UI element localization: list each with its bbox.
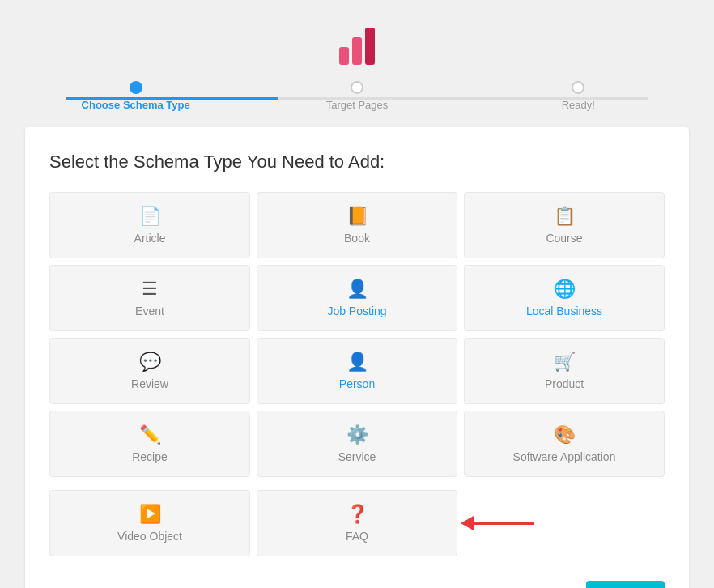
schema-item-service[interactable]: ⚙️ Service <box>257 411 457 477</box>
product-label: Product <box>545 377 584 390</box>
arrow-line <box>474 522 534 525</box>
service-label: Service <box>338 450 376 463</box>
schema-item-event[interactable]: ☰ Event <box>49 265 250 331</box>
schema-item-faq[interactable]: ❓ FAQ <box>257 490 457 556</box>
schema-item-product[interactable]: 🛒 Product <box>464 338 665 404</box>
schema-grid: 📄 Article 📙 Book 📋 Course ☰ Event 👤 Job … <box>49 192 665 477</box>
local-business-label: Local Business <box>526 305 602 317</box>
job-posting-label: Job Posting <box>327 305 386 317</box>
logo-bar-2 <box>352 37 362 65</box>
book-label: Book <box>344 232 370 245</box>
course-label: Course <box>546 232 582 245</box>
event-label: Event <box>135 305 164 317</box>
schema-item-recipe[interactable]: ✏️ Recipe <box>49 411 250 477</box>
article-icon: 📄 <box>139 206 161 227</box>
step-dot-1 <box>130 81 142 94</box>
faq-label: FAQ <box>346 530 368 543</box>
book-icon: 📙 <box>346 206 368 227</box>
faq-icon: ❓ <box>346 504 368 525</box>
schema-item-video-object[interactable]: ▶️ Video Object <box>49 490 250 556</box>
review-label: Review <box>131 377 168 390</box>
step-label-1: Choose Schema Type <box>82 99 190 111</box>
step-label-2: Target Pages <box>326 99 389 111</box>
schema-item-article[interactable]: 📄 Article <box>49 192 250 258</box>
event-icon: ☰ <box>142 279 158 300</box>
logo <box>339 24 375 65</box>
faq-wrapper: ❓ FAQ <box>257 490 457 556</box>
software-application-label: Software Application <box>513 450 616 463</box>
schema-item-software-application[interactable]: 🎨 Software Application <box>464 411 665 477</box>
article-label: Article <box>134 232 166 245</box>
person-label: Person <box>339 377 375 390</box>
schema-item-job-posting[interactable]: 👤 Job Posting <box>257 265 457 331</box>
step-dot-2 <box>351 81 363 94</box>
next-button[interactable]: Next <box>586 581 665 588</box>
software-application-icon: 🎨 <box>554 424 576 445</box>
schema-item-course[interactable]: 📋 Course <box>464 192 665 258</box>
step-label-3: Ready! <box>562 99 595 111</box>
logo-bar-3 <box>365 28 375 65</box>
schema-item-book[interactable]: 📙 Book <box>257 192 457 258</box>
local-business-icon: 🌐 <box>554 279 576 300</box>
product-icon: 🛒 <box>554 352 576 373</box>
schema-item-local-business[interactable]: 🌐 Local Business <box>464 265 665 331</box>
service-icon: ⚙️ <box>346 424 368 445</box>
steps-container: Choose Schema Type Target Pages Ready! <box>25 81 689 111</box>
faq-arrow-annotation <box>461 516 534 530</box>
review-icon: 💬 <box>139 352 161 373</box>
video-object-icon: ▶️ <box>139 504 161 525</box>
recipe-icon: ✏️ <box>139 424 161 445</box>
person-icon: 👤 <box>346 352 368 373</box>
step-dot-3 <box>572 81 584 94</box>
course-icon: 📋 <box>554 206 576 227</box>
recipe-label: Recipe <box>132 450 168 463</box>
card-title: Select the Schema Type You Need to Add: <box>49 151 665 173</box>
schema-item-review[interactable]: 💬 Review <box>49 338 250 404</box>
arrow-head-left <box>461 516 474 530</box>
main-card: Select the Schema Type You Need to Add: … <box>25 127 689 588</box>
logo-bar-1 <box>339 47 349 65</box>
step-choose-schema: Choose Schema Type <box>25 81 246 111</box>
video-object-label: Video Object <box>117 530 182 543</box>
job-posting-icon: 👤 <box>346 279 368 300</box>
footer-row: Next <box>49 569 665 588</box>
schema-item-person[interactable]: 👤 Person <box>257 338 457 404</box>
step-ready: Ready! <box>468 81 689 111</box>
wizard-steps: Choose Schema Type Target Pages Ready! <box>25 81 689 111</box>
step-target-pages: Target Pages <box>246 81 467 111</box>
logo-area <box>339 0 375 81</box>
